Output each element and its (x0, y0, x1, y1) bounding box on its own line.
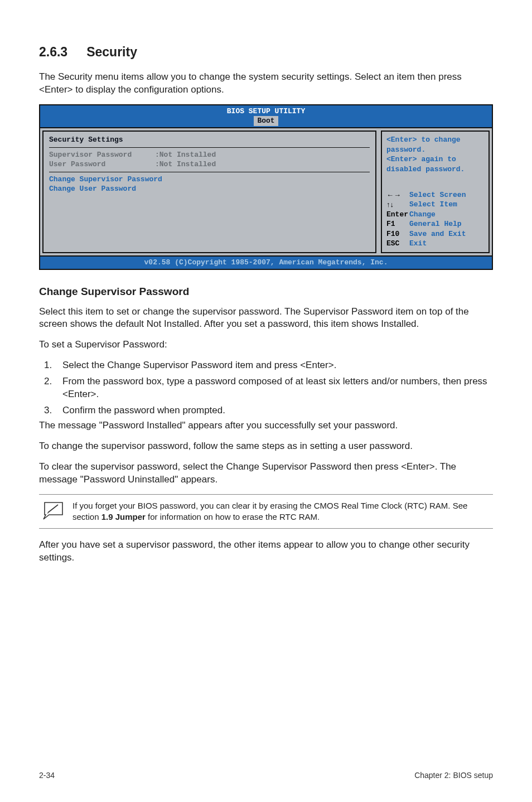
paragraph: To change the supervisor password, follo… (39, 440, 493, 453)
bios-nav-key: Enter (386, 210, 409, 220)
bios-nav-key: ESC (386, 239, 409, 249)
list-item: Select the Change Supervisor Password it… (55, 359, 493, 372)
bios-change-user: Change User Password (49, 184, 370, 194)
paragraph: To clear the supervisor password, select… (39, 461, 493, 486)
chapter-label: Chapter 2: BIOS setup (414, 771, 493, 780)
page-number: 2-34 (39, 771, 55, 780)
bios-row-user: User Password :Not Installed (49, 160, 370, 170)
bios-row-supervisor: Supervisor Password :Not Installed (49, 150, 370, 160)
bios-tab-row: Boot (40, 116, 492, 127)
bios-nav-row: ↑↓Select Item (386, 200, 484, 210)
bios-nav-key: ←→ (386, 190, 409, 200)
section-number: 2.6.3 (39, 45, 67, 60)
section-heading: 2.6.3Security (39, 45, 493, 60)
bios-divider (49, 172, 370, 172)
section-title: Security (86, 45, 137, 59)
bios-nav-key: ↑↓ (386, 200, 409, 210)
note-text-post: for information on how to erase the RTC … (146, 512, 320, 521)
bios-nav-key: F1 (386, 219, 409, 229)
bios-title: BIOS SETUP UTILITY (40, 105, 492, 117)
bios-supervisor-label: Supervisor Password (49, 150, 155, 160)
bios-left-pane: Security Settings Supervisor Password :N… (42, 131, 376, 253)
bios-nav-label: Change (409, 210, 484, 220)
bios-nav-row: ←→Select Screen (386, 190, 484, 200)
bios-tab-boot: Boot (254, 116, 278, 126)
bios-security-settings-title: Security Settings (49, 135, 370, 145)
ordered-list: Select the Change Supervisor Password it… (39, 359, 493, 417)
paragraph: After you have set a supervisor password… (39, 539, 493, 564)
list-item: Confirm the password when prompted. (55, 404, 493, 417)
paragraph: The message "Password Installed" appears… (39, 419, 493, 432)
bios-nav-label: Select Screen (409, 190, 484, 200)
bios-nav-row: F10Save and Exit (386, 229, 484, 239)
bios-nav-label: Save and Exit (409, 229, 484, 239)
bios-user-value: :Not Installed (155, 160, 216, 170)
bios-nav-row: EnterChange (386, 210, 484, 220)
bios-nav-label: Select Item (409, 200, 484, 210)
paragraph: To set a Supervisor Password: (39, 339, 493, 351)
bios-nav-key: F10 (386, 229, 409, 239)
bios-right-pane: <Enter> to change password. <Enter> agai… (381, 131, 490, 253)
bios-screenshot: BIOS SETUP UTILITY Boot Security Setting… (39, 104, 493, 270)
bios-help-text: <Enter> to change password. <Enter> agai… (386, 135, 484, 174)
bios-nav-table: ←→Select Screen ↑↓Select Item EnterChang… (386, 190, 484, 249)
page-footer: 2-34 Chapter 2: BIOS setup (39, 771, 493, 780)
note-text: If you forget your BIOS password, you ca… (72, 500, 491, 523)
bios-nav-row: F1General Help (386, 219, 484, 229)
note-text-bold: 1.9 Jumper (101, 512, 146, 521)
bios-divider (49, 147, 370, 148)
bios-nav-row: ESCExit (386, 239, 484, 249)
note-icon (41, 500, 72, 523)
bios-footer: v02.58 (C)Copyright 1985-2007, American … (40, 255, 492, 269)
bios-nav-label: General Help (409, 219, 484, 229)
bios-nav-label: Exit (409, 239, 484, 249)
note-box: If you forget your BIOS password, you ca… (39, 494, 493, 529)
bios-user-label: User Password (49, 160, 155, 170)
subsection-heading: Change Supervisor Password (39, 286, 493, 298)
intro-paragraph: The Security menu items allow you to cha… (39, 71, 493, 96)
bios-change-supervisor: Change Supervisor Password (49, 175, 370, 185)
list-item: From the password box, type a password c… (55, 375, 493, 401)
bios-supervisor-value: :Not Installed (155, 150, 216, 160)
paragraph: Select this item to set or change the su… (39, 306, 493, 331)
